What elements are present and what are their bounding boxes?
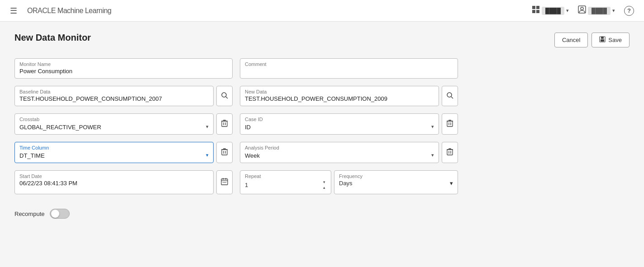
start-date-field[interactable]: Start Date (14, 170, 214, 194)
new-data-field[interactable]: New Data (240, 86, 439, 106)
page-title-area: New Data Monitor Cancel Save (14, 33, 630, 47)
crosstab-field[interactable]: Crosstab GLOBAL_REACTIVE_POWER ▾ (14, 113, 214, 135)
profile-chevron-icon: ▾ (612, 8, 615, 14)
case-id-chevron-icon: ▾ (431, 124, 434, 130)
case-id-select[interactable]: ID ▾ (245, 123, 434, 131)
baseline-search-button[interactable] (216, 86, 233, 106)
svg-rect-7 (601, 37, 604, 39)
svg-line-12 (451, 97, 453, 98)
frequency-label: Frequency (339, 173, 453, 179)
crosstab-delete-button[interactable] (216, 113, 233, 135)
calendar-button[interactable] (216, 170, 233, 194)
toggle-knob (51, 210, 59, 218)
svg-rect-3 (536, 10, 539, 13)
recompute-row: Recompute (14, 209, 233, 219)
crosstab-select[interactable]: GLOBAL_REACTIVE_POWER ▾ (19, 123, 209, 131)
monitor-name-field[interactable]: Monitor Name (14, 58, 233, 79)
start-date-label: Start Date (19, 173, 209, 179)
crosstab-chevron-icon: ▾ (206, 124, 209, 130)
analysis-period-group: Analysis Period Week ▾ (240, 142, 458, 163)
save-label: Save (608, 37, 622, 43)
analysis-period-label: Analysis Period (245, 145, 434, 150)
repeat-down-button[interactable]: ▾ (322, 180, 326, 185)
header-right: ████ ▾ ████ ▾ ? (529, 4, 637, 18)
profile-icon (578, 5, 586, 16)
repeat-frequency-row: Repeat 1 ▾ ▴ Frequency Days ▾ (240, 170, 458, 194)
user-chevron-icon: ▾ (566, 8, 569, 14)
save-button[interactable]: Save (592, 33, 630, 47)
svg-point-33 (223, 182, 224, 183)
crosstab-group: Crosstab GLOBAL_REACTIVE_POWER ▾ (14, 113, 233, 135)
monitor-name-label: Monitor Name (19, 61, 228, 67)
search-icon (447, 92, 453, 100)
baseline-data-group: Baseline Data (14, 86, 233, 106)
svg-point-34 (224, 182, 225, 183)
svg-rect-0 (532, 6, 535, 9)
user-name-badge: ████ (542, 7, 564, 15)
header-left: ☰ ORACLEMachine Learning (7, 4, 111, 18)
analysis-period-field[interactable]: Analysis Period Week ▾ (240, 142, 439, 163)
start-date-input[interactable] (19, 180, 209, 187)
profile-button[interactable]: ████ ▾ (575, 4, 618, 18)
app-switcher-button[interactable]: ████ ▾ (529, 4, 572, 18)
new-data-input[interactable] (245, 95, 434, 102)
cancel-button[interactable]: Cancel (554, 33, 588, 47)
grid-icon (532, 5, 540, 16)
frequency-chevron-icon: ▾ (450, 180, 453, 187)
baseline-data-field[interactable]: Baseline Data (14, 86, 214, 106)
form-grid: Monitor Name Comment Baseline Data (14, 58, 458, 219)
comment-field[interactable]: Comment (240, 58, 458, 79)
repeat-up-button[interactable]: ▴ (322, 185, 326, 190)
repeat-label: Repeat (245, 173, 326, 179)
svg-rect-2 (532, 10, 535, 13)
calendar-icon (221, 178, 228, 187)
analysis-period-delete-button[interactable] (442, 142, 458, 163)
svg-point-11 (447, 93, 452, 97)
page-title: New Data Monitor (14, 33, 91, 43)
time-column-chevron-icon: ▾ (206, 152, 209, 158)
delete-icon (447, 148, 453, 157)
main-content: New Data Monitor Cancel Save Monitor Nam… (0, 22, 644, 230)
time-column-group: Time Column DT_TIME ▾ (14, 142, 233, 163)
svg-rect-25 (447, 150, 453, 155)
svg-rect-21 (222, 150, 227, 155)
delete-icon (221, 148, 228, 157)
case-id-label: Case ID (245, 117, 434, 122)
repeat-field[interactable]: Repeat 1 ▾ ▴ (240, 170, 331, 194)
monitor-name-input[interactable] (19, 68, 228, 75)
case-id-field[interactable]: Case ID ID ▾ (240, 113, 439, 135)
time-column-value: DT_TIME (19, 151, 206, 159)
frequency-select[interactable]: Days ▾ (339, 180, 453, 187)
time-column-field[interactable]: Time Column DT_TIME ▾ (14, 142, 214, 163)
oracle-logo: ORACLEMachine Learning (25, 6, 111, 15)
crosstab-label: Crosstab (19, 117, 209, 122)
delete-icon (221, 120, 228, 128)
baseline-data-input[interactable] (19, 95, 209, 102)
recompute-toggle[interactable] (50, 209, 70, 219)
save-icon (599, 36, 606, 44)
search-icon (221, 92, 228, 100)
analysis-period-chevron-icon: ▾ (431, 152, 434, 158)
title-actions: Cancel Save (554, 33, 630, 47)
new-data-search-button[interactable] (442, 86, 458, 106)
crosstab-value: GLOBAL_REACTIVE_POWER (19, 123, 206, 131)
time-column-delete-button[interactable] (216, 142, 233, 163)
menu-button[interactable]: ☰ (7, 4, 20, 18)
svg-rect-17 (447, 121, 453, 126)
svg-point-9 (222, 93, 226, 97)
svg-point-5 (581, 7, 583, 10)
frequency-field[interactable]: Frequency Days ▾ (334, 170, 458, 194)
analysis-period-select[interactable]: Week ▾ (245, 151, 434, 159)
help-button[interactable]: ? (621, 4, 637, 18)
svg-point-35 (225, 182, 226, 183)
comment-input[interactable] (245, 68, 453, 75)
repeat-spinners: ▾ ▴ (322, 180, 326, 190)
profile-name-badge: ████ (588, 7, 611, 15)
time-column-select[interactable]: DT_TIME ▾ (19, 151, 209, 159)
new-data-label: New Data (245, 89, 434, 94)
recompute-label: Recompute (14, 211, 44, 217)
new-data-group: New Data (240, 86, 458, 106)
svg-rect-8 (601, 39, 604, 42)
repeat-inner: 1 ▾ ▴ (245, 180, 326, 190)
case-id-delete-button[interactable] (442, 113, 458, 135)
